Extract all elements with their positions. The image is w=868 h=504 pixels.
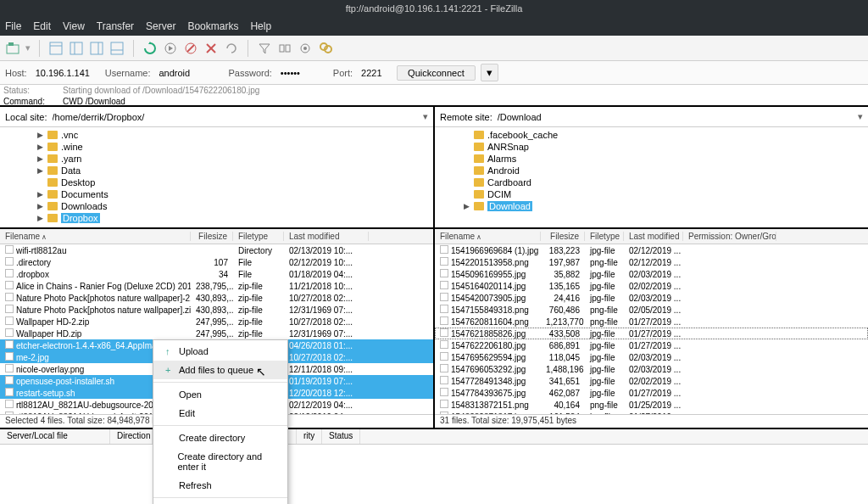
file-row[interactable]: .directory107File02/12/2019 10:... <box>0 256 433 268</box>
tree-item[interactable]: .facebook_cache <box>435 129 868 141</box>
transfer-queue-header[interactable]: Server/Local file Direction Remot... rit… <box>0 429 868 445</box>
context-menu-item[interactable]: Delete <box>153 501 287 504</box>
expand-arrow-icon[interactable]: ▶ <box>36 154 44 163</box>
tree-item[interactable]: ▶Dropbox <box>0 212 433 224</box>
message-log[interactable]: Status:Starting download of /Download/15… <box>0 85 868 107</box>
menu-edit[interactable]: Edit <box>33 20 51 32</box>
expand-arrow-icon[interactable]: ▶ <box>36 131 44 139</box>
context-menu-item[interactable]: ↑Upload <box>153 342 287 361</box>
file-row[interactable]: 1547784393675.jpg462,087jpg-file01/27/20… <box>435 387 868 399</box>
file-row[interactable]: 1547728491348.jpg341,651jpg-file02/02/20… <box>435 375 868 387</box>
file-icon <box>5 328 14 337</box>
file-icon <box>5 364 14 372</box>
file-row[interactable]: 1541966969684 (1).jpg183,223jpg-file02/1… <box>435 244 868 256</box>
cancel-icon[interactable] <box>183 41 198 56</box>
disconnect-icon[interactable] <box>203 41 219 56</box>
local-path-dropdown-icon[interactable]: ▾ <box>423 111 428 122</box>
toggle-local-tree-icon[interactable] <box>69 41 84 56</box>
expand-arrow-icon[interactable]: ▶ <box>36 190 44 199</box>
tree-item[interactable]: Cardboard <box>435 176 868 188</box>
port-input[interactable] <box>358 66 392 80</box>
file-row[interactable]: 1547622206180.jpg686,891jpg-file01/27/20… <box>435 339 868 351</box>
tree-item[interactable]: ▶Downloads <box>0 200 433 212</box>
expand-arrow-icon[interactable]: ▶ <box>36 143 44 151</box>
tree-item[interactable]: Android <box>435 165 868 176</box>
menu-server[interactable]: Server <box>146 20 175 32</box>
toggle-log-icon[interactable] <box>48 41 64 56</box>
file-row[interactable]: 1542201513958.png197,987png-file02/12/20… <box>435 256 868 268</box>
tree-item[interactable]: ▶Data <box>0 165 433 176</box>
refresh-icon[interactable] <box>142 41 158 56</box>
file-row[interactable]: 1547620811604.png1,213,770png-file01/27/… <box>435 316 868 328</box>
toggle-remote-tree-icon[interactable] <box>89 41 104 56</box>
remote-path-input[interactable] <box>498 112 853 122</box>
menu-view[interactable]: View <box>63 20 85 32</box>
file-row[interactable]: 1548313872151.png40,164png-file01/25/201… <box>435 399 868 411</box>
host-input[interactable] <box>32 66 100 80</box>
file-row[interactable]: wifi-rtl8812auDirectory02/13/2019 10:... <box>0 244 433 256</box>
remote-file-header[interactable]: Filename∧ Filesize Filetype Last modifie… <box>435 229 868 244</box>
context-menu-item[interactable]: Create directory and enter it <box>153 447 287 476</box>
menu-help[interactable]: Help <box>250 20 271 32</box>
remote-file-list[interactable]: Filename∧ Filesize Filetype Last modifie… <box>435 229 868 414</box>
file-row[interactable]: 1547155849318.png760,486png-file02/05/20… <box>435 304 868 316</box>
process-queue-icon[interactable] <box>163 41 178 56</box>
search-icon[interactable] <box>318 41 333 56</box>
folder-icon <box>47 202 58 210</box>
file-row[interactable]: 1547695629594.jpg118,045jpg-file02/03/20… <box>435 351 868 363</box>
password-input[interactable] <box>277 66 328 80</box>
remote-path-dropdown-icon[interactable]: ▾ <box>858 111 863 122</box>
local-path-input[interactable] <box>53 112 418 122</box>
filter-icon[interactable] <box>257 41 272 56</box>
local-tree[interactable]: ▶.vnc▶.wine▶.yarn▶DataDesktop▶Documents▶… <box>0 127 433 229</box>
file-row[interactable]: Nature Photo Pack[photos nature wallpape… <box>0 304 433 316</box>
menu-item-label: Upload <box>179 346 209 356</box>
file-icon <box>440 352 448 361</box>
expand-arrow-icon[interactable]: ▶ <box>462 202 470 210</box>
tree-item[interactable]: ▶Documents <box>0 188 433 200</box>
file-row[interactable]: 1545420073905.jpg24,416jpg-file02/03/201… <box>435 292 868 304</box>
folder-icon <box>47 178 58 187</box>
quickconnect-history-dropdown[interactable]: ▾ <box>481 64 498 81</box>
menu-file[interactable]: File <box>5 20 21 32</box>
file-row[interactable]: 1545164020114.jpg135,165jpg-file02/02/20… <box>435 280 868 292</box>
toggle-queue-icon[interactable] <box>109 41 125 56</box>
context-menu-item[interactable]: Create directory <box>153 428 287 447</box>
menu-transfer[interactable]: Transfer <box>97 20 134 32</box>
file-row[interactable]: 1547621885826.jpg433,508jpg-file01/27/20… <box>435 328 868 339</box>
tree-item[interactable]: ANRSnap <box>435 141 868 153</box>
compare-icon[interactable] <box>277 41 292 56</box>
file-row[interactable]: Nature Photo Pack[photos nature wallpape… <box>0 292 433 304</box>
file-icon <box>5 352 14 361</box>
reconnect-icon[interactable] <box>224 41 239 56</box>
expand-arrow-icon[interactable]: ▶ <box>36 166 44 175</box>
expand-arrow-icon[interactable]: ▶ <box>36 202 44 210</box>
tree-item[interactable]: ▶Download <box>435 200 868 212</box>
context-menu-item[interactable]: Refresh <box>153 476 287 495</box>
file-row[interactable]: Wallpaper HD.zip247,995,...zip-file12/31… <box>0 328 433 339</box>
tree-item[interactable]: Alarms <box>435 153 868 165</box>
context-menu-item[interactable]: Open <box>153 385 287 404</box>
file-row[interactable]: .dropbox34File01/18/2019 04:... <box>0 268 433 280</box>
tree-item[interactable]: ▶.wine <box>0 141 433 153</box>
tree-item[interactable]: ▶.yarn <box>0 153 433 165</box>
remote-status: 31 files. Total size: 19,975,451 bytes <box>435 414 868 428</box>
remote-tree[interactable]: .facebook_cacheANRSnapAlarmsAndroidCardb… <box>435 127 868 229</box>
username-input[interactable] <box>155 66 223 80</box>
file-row[interactable]: Wallpaper HD-2.zip247,995,...zip-file10/… <box>0 316 433 328</box>
file-row[interactable]: 1547696053292.jpg1,488,196jpg-file02/03/… <box>435 363 868 375</box>
file-icon <box>5 388 14 396</box>
tree-item[interactable]: ▶.vnc <box>0 129 433 141</box>
file-row[interactable]: 1545096169955.jpg35,882jpg-file02/03/201… <box>435 268 868 280</box>
local-file-header[interactable]: Filename∧ Filesize Filetype Last modifie… <box>0 229 433 244</box>
site-manager-icon[interactable] <box>5 41 20 56</box>
context-menu-item[interactable]: +Add files to queue <box>153 361 287 379</box>
file-row[interactable]: Alice in Chains - Ranier Fog (Deluxe 2CD… <box>0 280 433 292</box>
tree-item[interactable]: Desktop <box>0 176 433 188</box>
quickconnect-button[interactable]: Quickconnect <box>397 65 476 81</box>
sync-browse-icon[interactable] <box>298 41 313 56</box>
context-menu-item[interactable]: Edit <box>153 404 287 423</box>
tree-item[interactable]: DCIM <box>435 188 868 200</box>
expand-arrow-icon[interactable]: ▶ <box>36 214 44 222</box>
menu-bookmarks[interactable]: Bookmarks <box>187 20 238 32</box>
